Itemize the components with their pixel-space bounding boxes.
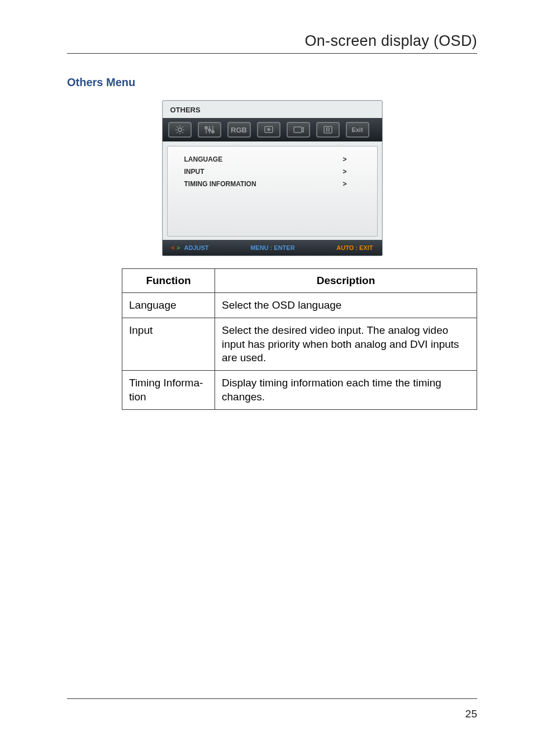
chevron-right-icon: > [342,155,346,163]
less-than-icon: < [172,244,175,251]
svg-line-7 [182,126,183,127]
svg-point-0 [178,128,181,131]
table-cell-description: Select the desired video input. The anal… [215,318,477,371]
osd-row-label: TIMING INFORMATION [184,180,256,188]
osd-footer-adjust-label: ADJUST [184,244,209,251]
brightness-icon [168,122,192,138]
osd-footer-adjust: < > ADJUST [172,244,209,251]
osd-row-label: INPUT [184,168,204,176]
osd-panel: OTHERS RGB R Exit LANGUAGE > [162,100,383,256]
clock-icon [287,122,310,138]
table-cell-function: Language [122,293,215,318]
osd-footer-menu: MENU : ENTER [250,244,294,251]
table-cell-description: Display timing information each time the… [215,371,477,410]
page-header-title: On-screen display (OSD) [67,32,477,50]
svg-line-5 [177,126,178,127]
table-cell-description: Select the OSD language [215,293,477,318]
chevron-right-icon: > [342,168,346,176]
svg-rect-12 [205,127,207,129]
svg-rect-14 [212,131,214,133]
svg-rect-21 [294,127,302,133]
osd-footer-auto: AUTO : EXIT [336,244,373,251]
osd-tabbar: RGB R Exit [163,118,382,141]
r-label: R [326,126,330,133]
osd-footer: < > ADJUST MENU : ENTER AUTO : EXIT [163,240,382,256]
osd-inner: LANGUAGE > INPUT > TIMING INFORMATION > [167,146,378,237]
section-heading: Others Menu [67,76,477,89]
position-icon [257,122,280,138]
svg-rect-13 [208,129,211,131]
r-icon: R [316,122,340,138]
osd-row-language: LANGUAGE > [183,153,367,166]
functions-table: Function Description Language Select the… [122,268,477,410]
table-cell-function: Timing Informa­tion [122,371,215,410]
chevron-right-icon: > [342,180,346,188]
page-footer: 25 [67,698,477,720]
rgb-icon: RGB [227,122,251,138]
table-header-description: Description [215,269,477,293]
rgb-label: RGB [231,126,247,134]
sliders-icon [198,122,221,138]
table-row: Input Select the desired video input. Th… [122,318,477,371]
table-header-function: Function [122,269,215,293]
svg-point-16 [268,129,269,130]
footer-rule [67,698,477,699]
header-rule [67,53,477,54]
exit-icon: Exit [346,122,369,138]
osd-row-timing: TIMING INFORMATION > [183,178,367,190]
table-row: Language Select the OSD language [122,293,477,318]
osd-body: LANGUAGE > INPUT > TIMING INFORMATION > [163,141,382,240]
osd-row-label: LANGUAGE [184,155,223,163]
svg-line-6 [182,132,183,133]
osd-row-input: INPUT > [183,166,367,178]
greater-than-icon: > [177,244,180,251]
page-number: 25 [67,708,477,720]
table-cell-function: Input [122,318,215,371]
table-row: Timing Informa­tion Display timing infor… [122,371,477,410]
osd-title: OTHERS [163,101,382,118]
svg-line-8 [177,132,178,133]
exit-label: Exit [351,126,363,133]
